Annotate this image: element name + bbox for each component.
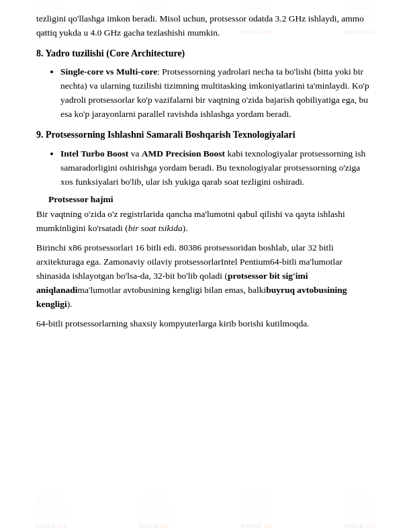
section9-heading: 9. Protsessorning Ishlashni Samarali Bos… <box>36 128 375 142</box>
svg-rect-14 <box>36 510 66 517</box>
para2-end: ). <box>67 299 73 309</box>
section8-bullet1: Single-core vs Multi-core: Protsessornin… <box>60 65 375 122</box>
svg-rect-16 <box>140 502 167 509</box>
svg-rect-23 <box>345 510 374 517</box>
svg-rect-3 <box>142 1 166 8</box>
watermark-bottom-center-left: oefen.uz <box>138 495 170 529</box>
watermark-bottom-right: oefen.uz <box>344 495 375 529</box>
bullet1-bold1: Intel Turbo Boost <box>60 148 128 159</box>
svg-rect-6 <box>244 1 269 8</box>
watermark-bottom-left: oefen.uz <box>36 495 67 529</box>
para3-text: 64-bitli protsessorlarning shaxsiy kompy… <box>36 318 310 328</box>
svg-rect-13 <box>38 502 64 509</box>
para1-end: ). <box>183 223 188 233</box>
svg-rect-20 <box>242 510 271 517</box>
svg-rect-9 <box>347 1 371 8</box>
intro-text: tezligini qo'llashga imkon beradi. Misol… <box>36 13 364 38</box>
bullet1-bold2: AMD Precision Boost <box>142 148 225 159</box>
section9-bullet-list: Intel Turbo Boost va AMD Precision Boost… <box>36 147 375 189</box>
para2: Birinchi x86 protsessorlari 16 bitli edi… <box>36 241 375 312</box>
para1: Bir vaqtning o'zida o'z registrlarida qa… <box>36 208 375 236</box>
section9-bullet1: Intel Turbo Boost va AMD Precision Boost… <box>60 147 375 189</box>
svg-rect-22 <box>346 502 373 509</box>
subheading-hajmi: Protsessor hajmi <box>48 194 375 205</box>
para1-start: Bir vaqtning o'zida o'z registrlarida qa… <box>36 209 345 233</box>
section8-bullet-list: Single-core vs Multi-core: Protsessornin… <box>36 65 375 122</box>
svg-rect-21 <box>347 495 371 502</box>
intro-paragraph: tezligini qo'llashga imkon beradi. Misol… <box>36 12 375 40</box>
svg-rect-18 <box>244 495 269 502</box>
bullet1-bold: Single-core vs Multi-core <box>60 66 157 77</box>
bullet1-text1: va <box>128 148 142 159</box>
svg-rect-12 <box>39 495 63 502</box>
para3: 64-bitli protsessorlarning shaxsiy kompy… <box>36 317 375 331</box>
svg-rect-17 <box>139 510 169 517</box>
svg-rect-0 <box>39 1 63 8</box>
svg-rect-19 <box>243 502 270 509</box>
para2-mid: ma'lumotlar avtobusining kengligi bilan … <box>78 285 267 295</box>
para1-italic: bir soat tsikida <box>128 223 183 233</box>
section8-heading: 8. Yadro tuzilishi (Core Architecture) <box>36 47 375 60</box>
svg-rect-15 <box>142 495 166 502</box>
watermark-bottom-center-right: oefen.uz <box>241 495 273 529</box>
